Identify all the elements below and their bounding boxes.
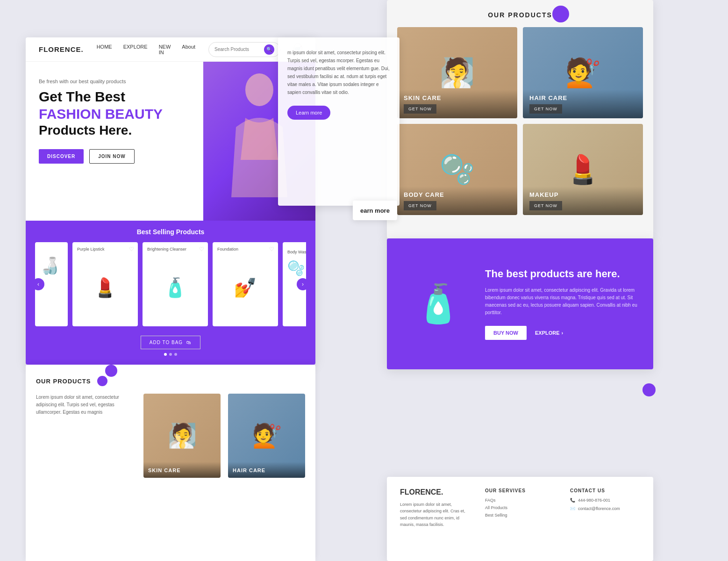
add-to-bag-button[interactable]: ADD TO BAG 🛍 <box>141 336 200 349</box>
footer-services-col: OUR SERVIVES FAQs All Products Best Sell… <box>485 488 555 550</box>
phone-icon: 📞 <box>570 498 575 503</box>
join-now-button[interactable]: JOIN NOW <box>89 149 135 164</box>
accent-dot-mid <box>105 365 117 377</box>
category-card-haircare[interactable]: 💇 HAIR CARE GET NOW <box>523 27 643 118</box>
bottom-haircare-label: HAIR CARE <box>233 468 265 473</box>
search-bar[interactable]: 🔍 <box>208 42 280 57</box>
footer-link-products[interactable]: All Products <box>485 505 555 510</box>
lipstick-label: Purple Lipstick <box>77 247 105 252</box>
footer-body-text: Lorem ipsum dolor sit amet, consectetur … <box>400 501 470 528</box>
chevron-right-icon: › <box>562 330 564 336</box>
bottom-text-col: Lorem ipsum dolor sit amet, consectetur … <box>36 394 136 478</box>
products-grid-card: OUR PRODUCTS 🧖 SKIN CARE GET NOW 💇 HAIR … <box>387 0 653 238</box>
hero-left: Be fresh with our best quality products … <box>26 62 315 221</box>
bottom-products-card: OUR PRODUCTS Lorem ipsum dolor sit amet,… <box>26 365 315 561</box>
body-care-label: BODY CARE <box>404 191 511 198</box>
bag-icon: 🛍 <box>186 340 192 345</box>
best-selling-section: Best Selling Products ‹ 🍶 Purple Lipstic… <box>26 221 315 365</box>
promo-title: The best products are here. <box>485 268 642 280</box>
footer-brand-col: FLORENCE. Lorem ipsum dolor sit amet, co… <box>400 488 470 550</box>
logo: FLORENCE. <box>39 45 84 53</box>
explore-button[interactable]: EXPLORE › <box>535 330 563 336</box>
footer-phone: 444-980-876-001 <box>578 498 610 503</box>
products-section-title: OUR PRODUCTS <box>397 11 643 19</box>
bottom-body-text: Lorem ipsum dolor sit amet, consectetur … <box>36 394 136 416</box>
cleanser-heart-icon[interactable]: ♡ <box>199 246 204 252</box>
promo-text-area: The best products are here. Lorem ipsum … <box>480 255 653 353</box>
category-card-bodycare[interactable]: 🫧 BODY CARE GET NOW <box>397 124 517 215</box>
cleanser-label: Brightening Cleanser <box>147 247 186 252</box>
hero-title-3: Products Here. <box>39 123 302 138</box>
product-card-lipstick: Purple Lipstick ♡ 💄 <box>72 242 138 326</box>
bottom-header-row: OUR PRODUCTS <box>36 376 305 386</box>
search-icon[interactable]: 🔍 <box>264 44 274 55</box>
cleanser-image: 🧴 <box>164 253 187 322</box>
body-care-get-now[interactable]: GET NOW <box>404 201 436 210</box>
bottom-skincare-overlay: SKIN CARE <box>143 462 221 478</box>
footer-phone-row: 📞 444-980-876-001 <box>570 498 640 503</box>
best-selling-title: Best Selling Products <box>35 228 306 236</box>
products-row: 🍶 Purple Lipstick ♡ 💄 Brightening Cleans… <box>35 242 306 326</box>
footer-link-bestselling[interactable]: Best Selling <box>485 513 555 518</box>
lipstick-image: 💄 <box>93 253 117 322</box>
hero-subtitle: Be fresh with our best quality products <box>39 79 302 84</box>
main-website-card: FLORENCE. HOME EXPLORE NEW IN About 🔍 🛒 … <box>26 37 315 365</box>
skin-care-get-now[interactable]: GET NOW <box>404 104 436 114</box>
footer-card: FLORENCE. Lorem ipsum dolor sit amet, co… <box>387 477 653 561</box>
promo-body: Lorem ipsum dolor sit amet, consectetur … <box>485 287 642 316</box>
category-card-skincare[interactable]: 🧖 SKIN CARE GET NOW <box>397 27 517 118</box>
makeup-label: MAKEUP <box>529 191 636 198</box>
text-snippet-card: m ipsum dolor sit amet, consectetur pisc… <box>278 37 400 206</box>
footer-contact-col: CONTACT US 📞 444-980-876-001 ✉️ contact@… <box>570 488 640 550</box>
makeup-overlay: MAKEUP GET NOW <box>523 187 643 215</box>
bottom-content-row: Lorem ipsum dolor sit amet, consectetur … <box>36 394 305 478</box>
earn-more-badge: earn more <box>353 201 397 220</box>
bottom-skincare-card[interactable]: 🧖 SKIN CARE <box>143 394 221 478</box>
hair-care-overlay: HAIR CARE GET NOW <box>523 90 643 118</box>
nav-home[interactable]: HOME <box>97 44 112 55</box>
footer-logo: FLORENCE. <box>400 488 470 496</box>
navbar: FLORENCE. HOME EXPLORE NEW IN About 🔍 🛒 <box>26 37 315 62</box>
products-grid: 🧖 SKIN CARE GET NOW 💇 HAIR CARE GET NOW … <box>397 27 643 215</box>
promo-card: 🧴 The best products are here. Lorem ipsu… <box>387 238 653 369</box>
nav-new-in[interactable]: NEW IN <box>159 44 171 55</box>
skin-care-label: SKIN CARE <box>404 94 511 101</box>
body-care-overlay: BODY CARE GET NOW <box>397 187 517 215</box>
hair-care-label: HAIR CARE <box>529 94 636 101</box>
product-card-cleanser: Brightening Cleanser ♡ 🧴 <box>143 242 208 326</box>
hero-section: Be fresh with our best quality products … <box>26 62 315 221</box>
buy-now-button[interactable]: BUY NOW <box>485 326 527 340</box>
nav-explore[interactable]: EXPLORE <box>123 44 148 55</box>
bottom-haircare-overlay: HAIR CARE <box>228 462 305 478</box>
foundation-label: Foundation <box>217 247 238 252</box>
footer-link-faqs[interactable]: FAQs <box>485 498 555 503</box>
footer-email: contact@florence.com <box>578 506 620 511</box>
bottom-haircare-card[interactable]: 💇 HAIR CARE <box>228 394 305 478</box>
products-prev-arrow[interactable]: ‹ <box>32 278 44 290</box>
makeup-get-now[interactable]: GET NOW <box>529 201 562 210</box>
snippet-body: m ipsum dolor sit amet, consectetur pisc… <box>287 49 390 96</box>
skin-care-overlay: SKIN CARE GET NOW <box>397 90 517 118</box>
dot-2 <box>169 353 172 356</box>
discover-button[interactable]: DISCOVER <box>39 149 84 164</box>
accent-dot-top <box>552 6 569 22</box>
products-next-arrow[interactable]: › <box>297 278 309 290</box>
nav-about[interactable]: About <box>182 44 195 55</box>
hero-title-1: Get The Best <box>39 89 302 104</box>
accent-dot-right <box>642 383 656 396</box>
promo-bottle-image: 🧴 <box>387 238 480 369</box>
earn-more-text: earn more <box>360 207 390 214</box>
learn-more-button[interactable]: Learn more <box>287 106 330 120</box>
dot-3 <box>174 353 177 356</box>
hero-buttons: DISCOVER JOIN NOW <box>39 149 302 164</box>
promo-buttons: BUY NOW EXPLORE › <box>485 326 642 340</box>
hair-care-get-now[interactable]: GET NOW <box>529 104 562 114</box>
footer-email-row: ✉️ contact@florence.com <box>570 506 640 511</box>
category-card-makeup[interactable]: 💄 MAKEUP GET NOW <box>523 124 643 215</box>
product-card-foundation: Foundation ♡ 💅 <box>213 242 278 326</box>
email-icon: ✉️ <box>570 506 575 511</box>
lipstick-heart-icon[interactable]: ♡ <box>129 246 134 252</box>
scroll-dots <box>35 353 306 356</box>
search-input[interactable] <box>214 47 261 52</box>
foundation-heart-icon[interactable]: ♡ <box>269 246 274 252</box>
